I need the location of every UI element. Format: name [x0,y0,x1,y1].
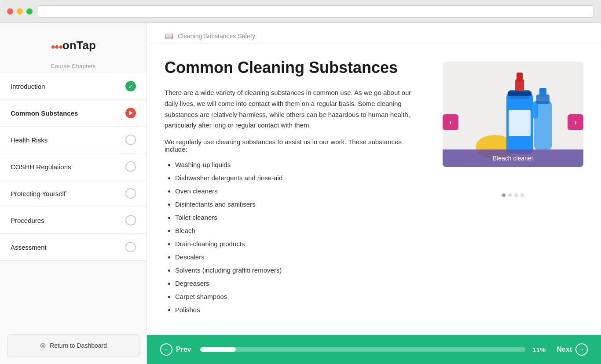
list-item: Dishwasher detergents and rinse-aid [175,171,425,185]
bottle-illustration [469,66,557,163]
prev-arrow-icon: ← [160,343,172,356]
svg-rect-6 [517,73,523,81]
logo-text: onTap [62,39,96,52]
image-carousel: Bleach cleaner ‹ › [443,62,583,185]
chapter-name-introduction: Introduction [11,83,45,90]
list-item: Drain-cleaning products [175,237,425,251]
list-item: Bleach [175,224,425,237]
course-chapters-label: Course Chapters [0,63,147,69]
return-icon: ⊗ [40,341,46,350]
carousel-image: Bleach cleaner [443,62,583,167]
chapter-name-common-substances: Common Substances [11,109,78,117]
chapter-name-assessment: Assessment [11,244,47,251]
intro-paragraph-1: There are a wide variety of cleaning sub… [165,87,425,131]
app-container: ●●●onTap Course Chapters Introduction ✓ … [0,23,601,364]
minimize-button[interactable] [17,8,23,15]
logo-area: ●●●onTap [0,32,147,63]
carousel-next-button[interactable]: › [568,114,583,130]
next-arrow-icon: → [575,343,588,356]
list-item: Washing-up liquids [175,158,425,171]
prev-button[interactable]: ← Prev [160,343,191,356]
text-section: Common Cleaning Substances There are a w… [165,58,425,321]
next-button[interactable]: Next → [557,343,588,356]
page-title: Common Cleaning Substances [165,58,425,77]
progress-area: 11% [200,346,548,353]
chapter-status-protecting-yourself [125,188,136,199]
chapter-status-procedures [125,215,136,226]
chapter-name-coshh-regulations: COSHH Regulations [11,163,71,171]
progress-percent: 11% [532,346,548,353]
breadcrumb-icon: 📖 [165,32,173,40]
carousel-dots [502,193,524,197]
sidebar-item-health-risks[interactable]: Health Risks [0,127,147,153]
breadcrumb-text: Cleaning Substances Safety [178,33,255,40]
svg-rect-7 [508,91,531,96]
list-item: Oven cleaners [175,185,425,198]
sidebar-item-common-substances[interactable]: Common Substances [0,100,147,127]
sidebar-item-introduction[interactable]: Introduction ✓ [0,73,147,100]
content-header: 📖 Cleaning Substances Safety [147,23,601,44]
svg-rect-8 [509,110,531,136]
progress-bar-background [200,347,526,352]
chapter-status-common-substances [125,108,136,118]
carousel-caption: Bleach cleaner [443,149,583,167]
chapter-name-health-risks: Health Risks [11,136,48,144]
maximize-button[interactable] [26,8,33,15]
main-content: 📖 Cleaning Substances Safety Common Clea… [147,23,601,364]
carousel-dot-2[interactable] [508,193,512,197]
sidebar-item-protecting-yourself[interactable]: Protecting Yourself [0,180,147,207]
svg-marker-0 [129,111,133,115]
svg-rect-12 [539,88,546,97]
chapter-status-introduction: ✓ [125,81,136,91]
list-item: Toilet cleaners [175,211,425,224]
url-bar[interactable] [38,5,594,18]
substance-list: Washing-up liquidsDishwasher detergents … [165,158,425,317]
list-item: Descalers [175,251,425,264]
carousel-dot-1[interactable] [502,193,506,197]
list-item: Degreasers [175,277,425,290]
content-body: Common Cleaning Substances There are a w… [147,44,601,335]
traffic-lights [7,8,33,15]
prev-label: Prev [176,346,191,353]
close-button[interactable] [7,8,13,15]
chapter-status-assessment [125,242,136,252]
progress-bar-fill [200,347,236,352]
chapter-status-coshh-regulations [125,161,136,172]
footer-bar: ← Prev 11% Next → [147,335,601,364]
list-item: Carpet shampoos [175,290,425,303]
chapter-name-protecting-yourself: Protecting Yourself [11,190,66,197]
carousel-dot-3[interactable] [514,193,518,197]
carousel-prev-button[interactable]: ‹ [443,114,458,130]
next-label: Next [557,346,572,353]
intro-paragraph-2: We regularly use cleaning substances to … [165,138,425,153]
chapter-name-procedures: Procedures [11,217,44,224]
chapter-list: Introduction ✓ Common Substances Health … [0,73,147,327]
window-chrome [0,0,601,23]
svg-rect-10 [534,101,552,149]
return-dashboard-button[interactable]: ⊗ Return to Dashboard [7,334,139,357]
carousel-dot-4[interactable] [520,193,524,197]
return-dashboard-label: Return to Dashboard [50,342,107,349]
sidebar-item-coshh-regulations[interactable]: COSHH Regulations [0,153,147,180]
sidebar-item-procedures[interactable]: Procedures [0,207,147,234]
logo: ●●●onTap [51,39,96,52]
chapter-status-health-risks [125,135,136,145]
list-item: Polishes [175,303,425,317]
sidebar: ●●●onTap Course Chapters Introduction ✓ … [0,23,147,364]
list-item: Solvents (including graffiti removers) [175,264,425,277]
list-item: Disinfectants and sanitisers [175,198,425,211]
sidebar-item-assessment[interactable]: Assessment [0,234,147,261]
